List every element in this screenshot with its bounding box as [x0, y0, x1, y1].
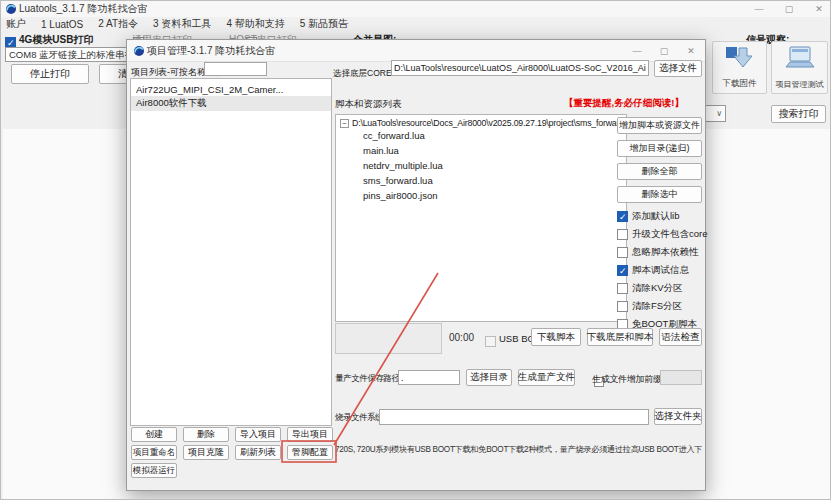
menu-help-support[interactable]: 4 帮助和支持 [226, 17, 284, 31]
minimize-icon[interactable]: — [752, 4, 766, 14]
checkbox[interactable]: ✓ [617, 247, 628, 258]
checkbox[interactable]: ✓ [617, 301, 628, 312]
app-screen: Luatools_3.1.7 降功耗找合宙 — ▢ ✕ 账户 1 LuatOS … [0, 0, 831, 500]
tree-file-item[interactable]: cc_forward.lua [336, 128, 626, 143]
delete-all-button[interactable]: 删除全部 [617, 163, 702, 180]
close-icon[interactable]: ✕ [812, 4, 826, 14]
option-script-debug-info[interactable]: ✓脚本调试信息 [617, 264, 689, 277]
project-manage-test-label: 项目管理测试 [776, 79, 824, 90]
maximize-icon[interactable]: ▢ [658, 46, 670, 56]
prefix-checkbox-label: 生成文件增加前缀 [592, 373, 662, 386]
stop-print-button[interactable]: 停止打印 [11, 64, 89, 84]
project-list-item-selected[interactable]: Air8000软件下载 [131, 96, 331, 111]
project-list-item[interactable]: Air722UG_MIPI_CSI_2M_Camer... [131, 83, 331, 96]
usb-boot-checkbox[interactable]: ✓ [485, 336, 496, 347]
import-project-button[interactable]: 导入项目 [235, 427, 281, 442]
production-path-input[interactable] [398, 370, 460, 385]
prefix-input-disabled [660, 370, 702, 385]
collapse-icon[interactable]: − [340, 119, 349, 128]
menu-new-products[interactable]: 5 新品预告 [300, 17, 348, 31]
menu-resources-tools[interactable]: 3 资料和工具 [153, 17, 211, 31]
main-window-title: Luatools_3.1.7 降功耗找合宙 [19, 2, 147, 16]
option-upgrade-include-core[interactable]: ✓升级文件包含core [617, 228, 707, 241]
refresh-list-button[interactable]: 刷新列表 [235, 445, 281, 460]
download-firmware-icon [725, 46, 755, 70]
project-filter-input[interactable] [204, 62, 267, 76]
download-firmware-button[interactable]: 下载固件 [712, 41, 767, 94]
menu-at-command[interactable]: 2 AT指令 [98, 17, 138, 31]
project-manage-test-button[interactable]: 项目管理测试 [771, 41, 828, 94]
filesystem-path-input[interactable] [379, 409, 649, 425]
chevron-down-icon: ∨ [716, 109, 722, 118]
option-ignore-dependency[interactable]: ✓忽略脚本依赖性 [617, 246, 699, 259]
delete-selected-button[interactable]: 删除选中 [617, 186, 702, 203]
core-select-label: 选择底层CORE [333, 68, 392, 80]
simulator-run-button[interactable]: 模拟器运行 [131, 463, 177, 478]
checkbox[interactable]: ✓ [617, 229, 628, 240]
minimize-icon[interactable]: — [631, 46, 643, 56]
tree-root-path: D:\LuaTools\resource\Docs_Air8000\v2025.… [352, 118, 624, 128]
export-project-button[interactable]: 导出项目 [287, 427, 333, 442]
progress-area [335, 323, 442, 354]
tree-file-item[interactable]: pins_air8000.json [336, 188, 626, 203]
pin-config-button[interactable]: 管脚配置 [287, 445, 333, 460]
delete-button[interactable]: 删除 [183, 427, 229, 442]
core-path-input[interactable] [391, 60, 649, 76]
boot-mode-note: 720S, 720U系列模块有USB BOOT下载和免BOOT下载2种模式，量产… [335, 444, 702, 455]
checkbox[interactable]: ✓ [617, 265, 628, 276]
add-script-file-button[interactable]: 增加脚本或资源文件 [617, 117, 702, 134]
add-directory-button[interactable]: 增加目录(递归) [617, 140, 702, 157]
project-list-panel: Air722UG_MIPI_CSI_2M_Camer... Air8000软件下… [130, 78, 332, 426]
script-tree-panel: − D:\LuaTools\resource\Docs_Air8000\v202… [335, 114, 627, 322]
burn-filesystem-label: 烧录文件系统 [335, 412, 383, 424]
option-clear-fs[interactable]: ✓清除FS分区 [617, 300, 682, 313]
download-script-button[interactable]: 下载脚本 [531, 328, 581, 346]
project-manager-dialog: 项目管理-3.1.7 降功耗找合宙 — ▢ ✕ 项目列表-可按名称过滤 选择底层… [126, 39, 706, 491]
menu-luatos[interactable]: 1 LuatOS [41, 19, 83, 30]
dialog-titlebar: 项目管理-3.1.7 降功耗找合宙 — ▢ ✕ [127, 40, 705, 62]
choose-file-button[interactable]: 选择文件 [654, 60, 702, 77]
download-core-script-button[interactable]: 下载底层和脚本 [587, 328, 653, 346]
check-icon: ✓ [619, 212, 627, 222]
tree-file-item[interactable]: main.lua [336, 143, 626, 158]
usb-print-label: 4G模块USB打印 [19, 33, 93, 47]
tree-file-item[interactable]: sms_forward.lua [336, 173, 626, 188]
generate-production-file-button[interactable]: 生成量产文件 [518, 369, 575, 386]
syntax-check-button[interactable]: 语法检查 [659, 328, 702, 346]
check-icon: ✓ [619, 266, 627, 276]
production-path-label: 量产文件保存路径 [335, 373, 400, 385]
menu-account[interactable]: 账户 [6, 17, 26, 31]
menubar: 账户 1 LuatOS 2 AT指令 3 资料和工具 4 帮助和支持 5 新品预… [1, 17, 831, 31]
search-print-button[interactable]: 搜索打印 [771, 105, 826, 123]
laptop-icon [784, 46, 816, 70]
main-titlebar: Luatools_3.1.7 降功耗找合宙 — ▢ ✕ [1, 1, 831, 17]
important-warning-text: 【重要提醒,务必仔细阅读!】 [564, 97, 684, 110]
create-button[interactable]: 创建 [131, 427, 177, 442]
rename-project-button[interactable]: 项目重命名 [131, 445, 177, 460]
option-clear-kv[interactable]: ✓清除KV分区 [617, 282, 683, 295]
checkbox[interactable]: ✓ [617, 211, 628, 222]
choose-folder-button[interactable]: 选择文件夹 [654, 408, 702, 425]
luat-logo-icon [6, 4, 16, 14]
download-timer: 00:00 [449, 332, 474, 343]
script-list-label: 脚本和资源列表 [335, 98, 402, 111]
option-add-default-lib[interactable]: ✓添加默认lib [617, 210, 680, 223]
checkbox[interactable]: ✓ [617, 283, 628, 294]
dialog-title: 项目管理-3.1.7 降功耗找合宙 [147, 44, 275, 58]
tree-file-item[interactable]: netdrv_multiple.lua [336, 158, 626, 173]
choose-dir-button[interactable]: 选择目录 [466, 369, 512, 386]
tree-root-node[interactable]: − D:\LuaTools\resource\Docs_Air8000\v202… [336, 115, 626, 128]
maximize-icon[interactable]: ▢ [782, 4, 796, 14]
download-firmware-label: 下载固件 [723, 78, 757, 90]
luat-logo-icon [134, 46, 144, 56]
clone-project-button[interactable]: 项目克隆 [183, 445, 229, 460]
close-icon[interactable]: ✕ [685, 46, 697, 56]
